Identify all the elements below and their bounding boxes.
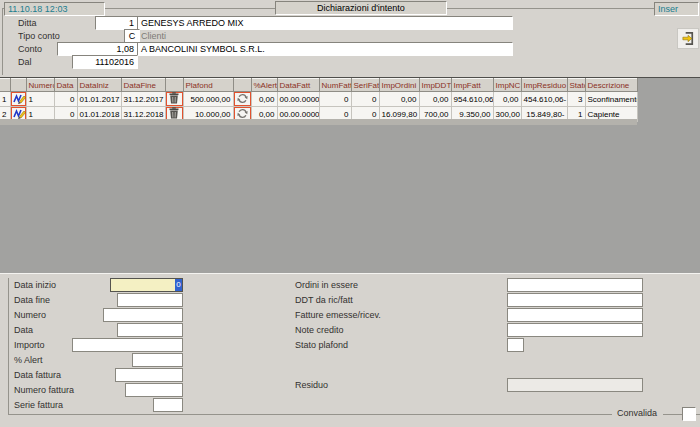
mode-badge: Inser bbox=[654, 2, 699, 16]
col-impordini: ImpOrdini bbox=[379, 79, 419, 92]
tipo-conto-label: Tipo conto bbox=[18, 31, 60, 41]
col-edit bbox=[10, 79, 26, 92]
col-numero: Numero bbox=[26, 79, 54, 92]
dal-field[interactable]: 11102016 bbox=[72, 55, 138, 69]
col-refresh bbox=[233, 79, 251, 92]
ditta-label: Ditta bbox=[18, 18, 37, 28]
refresh-icon bbox=[237, 108, 248, 119]
cell-alert[interactable]: 0,00 bbox=[251, 92, 277, 107]
col-impfatt: ImpFatt bbox=[451, 79, 493, 92]
ditta-field[interactable]: 1 bbox=[95, 16, 138, 30]
data-inizio-field[interactable]: 0 bbox=[110, 278, 183, 292]
alert-field[interactable] bbox=[132, 353, 183, 367]
dal-label: Dal bbox=[18, 57, 32, 67]
data-fattura-label: Data fattura bbox=[14, 370, 61, 380]
col-impnc: ImpNC bbox=[493, 79, 521, 92]
cell-datafatt[interactable]: 00.00.0000 bbox=[277, 92, 319, 107]
ordini-label: Ordini in essere bbox=[295, 280, 358, 290]
col-descrizione: Descrizione bbox=[585, 79, 637, 92]
col-impddt: ImpDDT bbox=[419, 79, 451, 92]
col-datafatt: DataFatt bbox=[277, 79, 319, 92]
data-fine-label: Data fine bbox=[14, 295, 50, 305]
cell-datafine[interactable]: 31.12.2017 bbox=[121, 92, 165, 107]
col-impresiduo: ImpResiduo bbox=[521, 79, 567, 92]
detail-form: Data inizio 0 Data fine Numero Data Impo… bbox=[0, 273, 700, 427]
data-fine-field[interactable] bbox=[117, 293, 183, 307]
trash-icon bbox=[169, 92, 179, 104]
note-credito-label: Note credito bbox=[295, 325, 344, 335]
importo-label: Importo bbox=[14, 340, 45, 350]
selection-cursor: 0 bbox=[175, 279, 182, 291]
col-data: Data bbox=[54, 79, 77, 92]
col-numfatt: NumFatt bbox=[319, 79, 351, 92]
col-datafine: DataFine bbox=[121, 79, 165, 92]
tipo-conto-field[interactable]: C bbox=[124, 29, 140, 43]
tipo-conto-desc: Clienti bbox=[141, 31, 166, 41]
conto-name-field[interactable]: A BANCOLINI SYMBOL S.R.L. bbox=[137, 42, 513, 56]
data-fattura-field[interactable] bbox=[115, 368, 183, 382]
cell-datainiz[interactable]: 01.01.2017 bbox=[77, 92, 121, 107]
cell-rownum: 1 bbox=[0, 92, 10, 107]
fatture-field[interactable] bbox=[507, 308, 643, 322]
data-field[interactable] bbox=[117, 323, 183, 337]
serie-fattura-field[interactable] bbox=[153, 398, 183, 412]
ddt-label: DDT da ric/fatt bbox=[295, 295, 353, 305]
conto-label: Conto bbox=[18, 44, 42, 54]
grid-header-row: Numero Data DataIniz DataFine Plafond %A… bbox=[0, 79, 637, 92]
cell-data[interactable]: 0 bbox=[54, 92, 77, 107]
importo-field[interactable] bbox=[72, 338, 183, 352]
residuo-label: Residuo bbox=[295, 380, 328, 390]
alert-label: % Alert bbox=[14, 355, 43, 365]
ordini-field[interactable] bbox=[507, 278, 643, 292]
page-title: Dichiarazioni d'intento bbox=[275, 1, 447, 15]
cell-impnc[interactable]: 0,00 bbox=[493, 92, 521, 107]
exit-button[interactable] bbox=[677, 28, 699, 49]
form-frame-bottom bbox=[8, 414, 612, 415]
delete-row-button[interactable] bbox=[165, 92, 183, 107]
plafond-grid: Numero Data DataIniz DataFine Plafond %A… bbox=[0, 78, 638, 122]
col-rownum bbox=[0, 79, 10, 92]
edit-pencil-icon bbox=[13, 93, 26, 104]
convalida-connector-left bbox=[663, 414, 682, 415]
refresh-icon bbox=[237, 93, 248, 104]
stato-plafond-label: Stato plafond bbox=[295, 340, 348, 350]
cell-descrizione[interactable]: Sconfinamento bbox=[585, 92, 637, 107]
col-plafond: Plafond bbox=[183, 79, 233, 92]
ditta-name-field[interactable]: GENESYS ARREDO MIX bbox=[137, 16, 513, 30]
stato-plafond-field[interactable] bbox=[507, 338, 524, 352]
ddt-field[interactable] bbox=[507, 293, 643, 307]
data-inizio-label: Data inizio bbox=[14, 280, 56, 290]
conto-field[interactable]: 1,08 bbox=[57, 42, 138, 56]
cell-numfatt[interactable]: 0 bbox=[319, 92, 351, 107]
cell-plafond[interactable]: 500.000,00 bbox=[183, 92, 233, 107]
serie-fattura-label: Serie fattura bbox=[14, 400, 63, 410]
convalida-connector-right bbox=[696, 414, 700, 415]
col-datainiz: DataIniz bbox=[77, 79, 121, 92]
cell-impfatt[interactable]: 954.610,06 bbox=[451, 92, 493, 107]
cell-numero[interactable]: 1 bbox=[26, 92, 54, 107]
cell-serifatt[interactable]: 0 bbox=[351, 92, 379, 107]
note-credito-field[interactable] bbox=[507, 323, 643, 337]
col-alert: %Alert bbox=[251, 79, 277, 92]
cell-stato[interactable]: 3 bbox=[567, 92, 585, 107]
convalida-checkbox[interactable] bbox=[682, 407, 696, 421]
edit-pencil-icon bbox=[13, 108, 26, 119]
convalida-label: Convalida bbox=[617, 408, 657, 418]
residuo-field[interactable] bbox=[507, 378, 643, 392]
col-serifatt: SeriFatt bbox=[351, 79, 379, 92]
cell-impddt[interactable]: 0,00 bbox=[419, 92, 451, 107]
refresh-row-button[interactable] bbox=[233, 92, 251, 107]
col-delete bbox=[165, 79, 183, 92]
grid-bottom-edge bbox=[0, 119, 637, 125]
numero-fattura-field[interactable] bbox=[125, 383, 183, 397]
numero-label: Numero bbox=[14, 310, 46, 320]
form-frame-left bbox=[8, 278, 9, 414]
cell-impresiduo[interactable]: 454.610,06- bbox=[521, 92, 567, 107]
edit-row-button[interactable] bbox=[10, 92, 26, 107]
numero-field[interactable] bbox=[103, 308, 183, 322]
data-label: Data bbox=[14, 325, 33, 335]
exit-door-icon bbox=[681, 31, 696, 46]
cell-impordini[interactable]: 0,00 bbox=[379, 92, 419, 107]
fatture-label: Fatture emesse/ricev. bbox=[295, 310, 381, 320]
table-row: 1 1 0 01.01.2017 31.12.2017 bbox=[0, 92, 637, 107]
